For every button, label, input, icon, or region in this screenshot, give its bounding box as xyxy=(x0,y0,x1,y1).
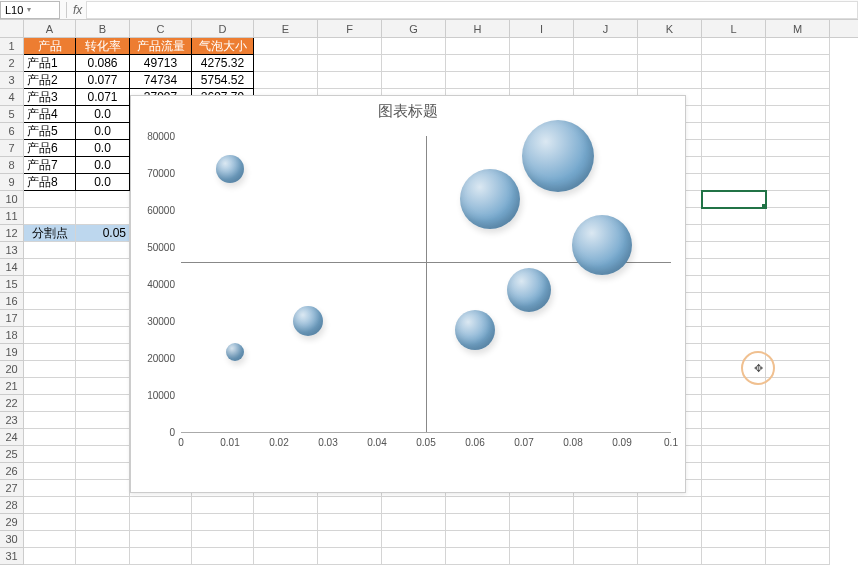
cell-F31[interactable] xyxy=(318,548,382,565)
cell-M2[interactable] xyxy=(766,55,830,72)
cell-J29[interactable] xyxy=(574,514,638,531)
select-all-corner[interactable] xyxy=(0,20,24,37)
cell-L5[interactable] xyxy=(702,106,766,123)
cell-E3[interactable] xyxy=(254,72,318,89)
cell-K31[interactable] xyxy=(638,548,702,565)
row-header-8[interactable]: 8 xyxy=(0,157,24,174)
cell-C1[interactable]: 产品流量 xyxy=(130,38,192,55)
cell-J1[interactable] xyxy=(574,38,638,55)
col-header-F[interactable]: F xyxy=(318,20,382,37)
cell-M27[interactable] xyxy=(766,480,830,497)
cell-L8[interactable] xyxy=(702,157,766,174)
row-header-28[interactable]: 28 xyxy=(0,497,24,514)
row-header-11[interactable]: 11 xyxy=(0,208,24,225)
cell-M31[interactable] xyxy=(766,548,830,565)
row-header-14[interactable]: 14 xyxy=(0,259,24,276)
cell-B14[interactable] xyxy=(76,259,130,276)
cell-L1[interactable] xyxy=(702,38,766,55)
cell-L26[interactable] xyxy=(702,463,766,480)
cell-M23[interactable] xyxy=(766,412,830,429)
cell-B10[interactable] xyxy=(76,191,130,208)
bubble-point[interactable] xyxy=(216,155,244,183)
cell-L31[interactable] xyxy=(702,548,766,565)
cell-K1[interactable] xyxy=(638,38,702,55)
cell-H2[interactable] xyxy=(446,55,510,72)
cell-D29[interactable] xyxy=(192,514,254,531)
name-box[interactable]: L10▾ xyxy=(0,1,60,19)
cell-E1[interactable] xyxy=(254,38,318,55)
cell-M9[interactable] xyxy=(766,174,830,191)
cell-A5[interactable]: 产品4 xyxy=(24,106,76,123)
cell-G3[interactable] xyxy=(382,72,446,89)
cell-B20[interactable] xyxy=(76,361,130,378)
cell-I30[interactable] xyxy=(510,531,574,548)
cell-L7[interactable] xyxy=(702,140,766,157)
row-header-24[interactable]: 24 xyxy=(0,429,24,446)
col-header-A[interactable]: A xyxy=(24,20,76,37)
cell-B31[interactable] xyxy=(76,548,130,565)
cell-H31[interactable] xyxy=(446,548,510,565)
cell-F2[interactable] xyxy=(318,55,382,72)
cell-F29[interactable] xyxy=(318,514,382,531)
cell-B13[interactable] xyxy=(76,242,130,259)
cell-L3[interactable] xyxy=(702,72,766,89)
cell-B17[interactable] xyxy=(76,310,130,327)
row-header-30[interactable]: 30 xyxy=(0,531,24,548)
cell-B4[interactable]: 0.071 xyxy=(76,89,130,106)
cell-A23[interactable] xyxy=(24,412,76,429)
col-header-C[interactable]: C xyxy=(130,20,192,37)
cell-A4[interactable]: 产品3 xyxy=(24,89,76,106)
bubble-point[interactable] xyxy=(522,120,594,192)
cell-A9[interactable]: 产品8 xyxy=(24,174,76,191)
cell-M29[interactable] xyxy=(766,514,830,531)
cell-L14[interactable] xyxy=(702,259,766,276)
row-header-9[interactable]: 9 xyxy=(0,174,24,191)
col-header-B[interactable]: B xyxy=(76,20,130,37)
cell-A25[interactable] xyxy=(24,446,76,463)
cell-I1[interactable] xyxy=(510,38,574,55)
chart-plot-area[interactable]: 0100002000030000400005000060000700008000… xyxy=(181,136,671,446)
row-header-1[interactable]: 1 xyxy=(0,38,24,55)
cell-H1[interactable] xyxy=(446,38,510,55)
row-header-26[interactable]: 26 xyxy=(0,463,24,480)
cell-A8[interactable]: 产品7 xyxy=(24,157,76,174)
cell-A20[interactable] xyxy=(24,361,76,378)
cell-E2[interactable] xyxy=(254,55,318,72)
cell-D31[interactable] xyxy=(192,548,254,565)
cell-M3[interactable] xyxy=(766,72,830,89)
cell-L10[interactable] xyxy=(702,191,766,208)
cell-F1[interactable] xyxy=(318,38,382,55)
cell-B6[interactable]: 0.0 xyxy=(76,123,130,140)
cell-M20[interactable] xyxy=(766,361,830,378)
cell-K2[interactable] xyxy=(638,55,702,72)
cell-A29[interactable] xyxy=(24,514,76,531)
cell-A31[interactable] xyxy=(24,548,76,565)
cell-I28[interactable] xyxy=(510,497,574,514)
cell-C28[interactable] xyxy=(130,497,192,514)
cell-A28[interactable] xyxy=(24,497,76,514)
cell-K28[interactable] xyxy=(638,497,702,514)
row-header-13[interactable]: 13 xyxy=(0,242,24,259)
col-header-K[interactable]: K xyxy=(638,20,702,37)
row-header-6[interactable]: 6 xyxy=(0,123,24,140)
cell-B29[interactable] xyxy=(76,514,130,531)
cell-L28[interactable] xyxy=(702,497,766,514)
cell-M10[interactable] xyxy=(766,191,830,208)
cell-A3[interactable]: 产品2 xyxy=(24,72,76,89)
cell-E28[interactable] xyxy=(254,497,318,514)
cell-G28[interactable] xyxy=(382,497,446,514)
cell-H30[interactable] xyxy=(446,531,510,548)
cell-A10[interactable] xyxy=(24,191,76,208)
cell-M26[interactable] xyxy=(766,463,830,480)
cell-B21[interactable] xyxy=(76,378,130,395)
col-header-I[interactable]: I xyxy=(510,20,574,37)
cell-J2[interactable] xyxy=(574,55,638,72)
cell-L6[interactable] xyxy=(702,123,766,140)
cell-J3[interactable] xyxy=(574,72,638,89)
col-header-E[interactable]: E xyxy=(254,20,318,37)
cell-M19[interactable] xyxy=(766,344,830,361)
row-header-23[interactable]: 23 xyxy=(0,412,24,429)
cell-E30[interactable] xyxy=(254,531,318,548)
row-header-10[interactable]: 10 xyxy=(0,191,24,208)
row-header-12[interactable]: 12 xyxy=(0,225,24,242)
